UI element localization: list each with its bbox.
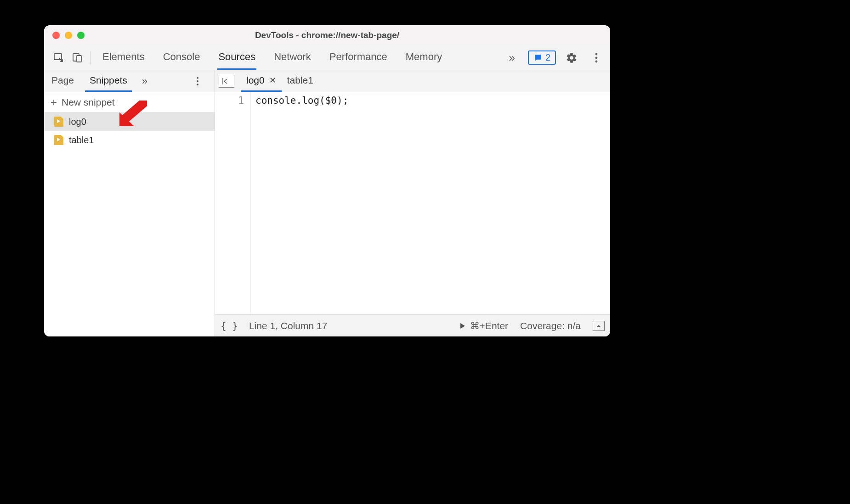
snippet-item-log0[interactable]: log0 [44, 112, 215, 131]
show-drawer-icon[interactable] [593, 321, 605, 331]
code-line: console.log($0); [255, 95, 348, 106]
code-editor[interactable]: 1 console.log($0); [215, 92, 610, 314]
navigator-more-icon[interactable]: » [138, 75, 151, 87]
maximize-window-button[interactable] [77, 32, 85, 39]
window-controls [44, 32, 85, 39]
navigator-options-icon[interactable] [196, 76, 210, 86]
navigator-tabs: Page Snippets » [44, 70, 215, 92]
code-content[interactable]: console.log($0); [251, 92, 610, 314]
panel-tabs: Elements Console Sources Network Perform… [102, 45, 443, 70]
plus-icon: + [51, 96, 57, 109]
editor-column: log0 ✕ table1 1 console.log($0); { } Lin… [215, 70, 610, 336]
tab-label: Performance [329, 51, 387, 63]
run-shortcut-label: ⌘+Enter [470, 320, 508, 331]
line-number: 1 [215, 95, 244, 106]
snippet-file-icon [54, 117, 63, 127]
tab-label: Network [274, 51, 311, 63]
navigator-tab-snippets[interactable]: Snippets [85, 70, 132, 92]
navigator-tab-page[interactable]: Page [47, 70, 79, 92]
tab-label: Sources [218, 51, 255, 63]
toolbar-divider [90, 51, 91, 64]
svg-point-3 [595, 53, 598, 55]
close-window-button[interactable] [52, 32, 60, 39]
tab-memory[interactable]: Memory [405, 45, 443, 70]
minimize-window-button[interactable] [65, 32, 72, 39]
snippet-list: log0 table1 [44, 112, 215, 336]
tab-label: Elements [102, 51, 145, 63]
svg-point-8 [197, 84, 198, 85]
more-tabs-icon[interactable]: » [504, 51, 520, 64]
new-snippet-label: New snippet [62, 97, 115, 108]
snippet-item-table1[interactable]: table1 [44, 131, 215, 149]
file-tab-table1[interactable]: table1 [282, 70, 319, 92]
devtools-window: DevTools - chrome://new-tab-page/ Elemen… [44, 25, 610, 336]
window-title: DevTools - chrome://new-tab-page/ [44, 30, 610, 40]
svg-rect-0 [54, 54, 62, 60]
tab-label: Memory [406, 51, 442, 63]
tab-label: Console [163, 51, 200, 63]
svg-point-5 [595, 60, 598, 62]
workspace: Page Snippets » + New snippet log0 table [44, 70, 610, 336]
inspect-element-icon[interactable] [51, 50, 67, 66]
pretty-print-icon[interactable]: { } [221, 320, 238, 331]
tab-label: Snippets [90, 75, 127, 86]
main-toolbar: Elements Console Sources Network Perform… [44, 45, 610, 70]
more-options-icon[interactable] [587, 49, 606, 67]
titlebar: DevTools - chrome://new-tab-page/ [44, 25, 610, 45]
settings-icon[interactable] [562, 49, 581, 67]
snippet-name: table1 [69, 135, 94, 146]
tab-network[interactable]: Network [273, 45, 312, 70]
device-toolbar-icon[interactable] [69, 50, 85, 66]
open-file-tabs: log0 ✕ table1 [215, 70, 610, 92]
toggle-navigator-icon[interactable] [219, 75, 234, 88]
messages-count: 2 [545, 52, 550, 63]
svg-point-7 [197, 80, 198, 82]
tab-elements[interactable]: Elements [102, 45, 146, 70]
tab-performance[interactable]: Performance [329, 45, 388, 70]
svg-point-4 [595, 56, 598, 59]
file-tab-log0[interactable]: log0 ✕ [241, 70, 282, 92]
tab-label: Page [51, 75, 74, 86]
file-tab-label: log0 [246, 75, 265, 86]
navigator-sidebar: Page Snippets » + New snippet log0 table [44, 70, 215, 336]
snippet-file-icon [54, 135, 63, 145]
close-tab-icon[interactable]: ✕ [269, 75, 276, 85]
file-tab-label: table1 [287, 75, 313, 86]
tab-sources[interactable]: Sources [217, 45, 256, 70]
cursor-position: Line 1, Column 17 [249, 320, 327, 331]
editor-statusbar: { } Line 1, Column 17 ⌘+Enter Coverage: … [215, 314, 610, 336]
line-gutter: 1 [215, 92, 251, 314]
run-snippet-button[interactable]: ⌘+Enter [459, 320, 508, 331]
coverage-label: Coverage: n/a [520, 320, 581, 331]
messages-badge[interactable]: 2 [528, 50, 556, 65]
svg-point-6 [197, 77, 198, 78]
new-snippet-button[interactable]: + New snippet [44, 92, 215, 112]
svg-rect-2 [77, 56, 81, 62]
tab-console[interactable]: Console [162, 45, 201, 70]
snippet-name: log0 [69, 117, 86, 127]
